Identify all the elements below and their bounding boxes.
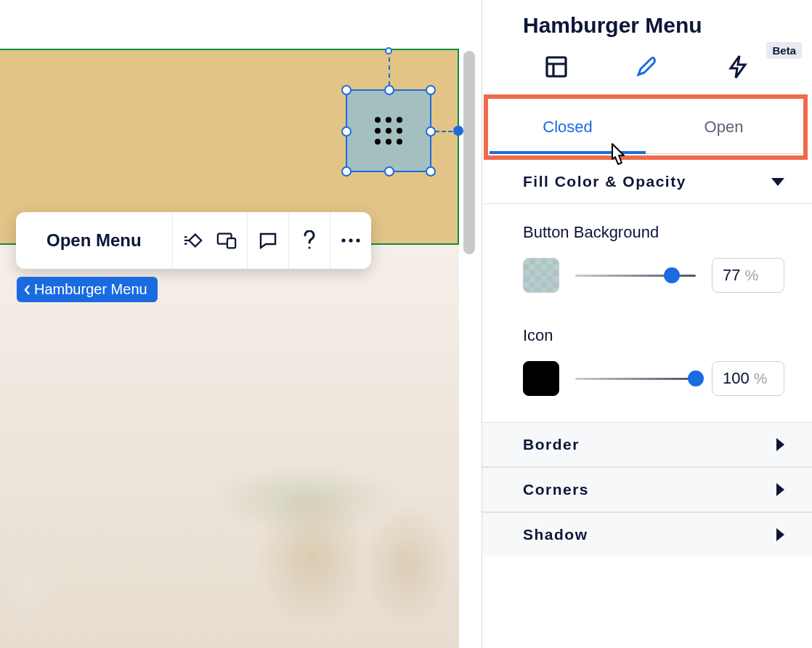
spacing-guide-right-anchor[interactable] xyxy=(453,126,463,136)
chevron-right-icon xyxy=(776,438,784,451)
chevron-down-icon xyxy=(771,178,784,186)
canvas-scrollbar[interactable] xyxy=(463,51,475,254)
opacity-value: 100 xyxy=(723,369,750,388)
design-panel: Hamburger Menu Beta Closed Open Fill Col… xyxy=(482,0,812,648)
svg-point-2 xyxy=(308,246,310,248)
svg-point-4 xyxy=(349,238,352,242)
resize-handle-top-left[interactable] xyxy=(341,85,352,95)
resize-handle-bottom[interactable] xyxy=(384,166,394,177)
chevron-left-icon xyxy=(24,284,31,296)
breadcrumb-label: Hamburger Menu xyxy=(34,281,147,298)
icon-color-swatch[interactable] xyxy=(523,361,559,396)
open-menu-button[interactable]: Open Menu xyxy=(26,230,162,251)
resize-handle-left[interactable] xyxy=(341,126,352,137)
section-border[interactable]: Border xyxy=(482,422,812,467)
actions-mode-icon[interactable] xyxy=(723,52,752,81)
hero-image xyxy=(0,245,459,648)
svg-point-5 xyxy=(356,238,360,242)
fill-section-body: Button Background 77 % Icon 100 % xyxy=(482,204,812,422)
selected-hamburger-element[interactable] xyxy=(346,89,431,172)
icon-opacity-slider[interactable] xyxy=(575,378,696,380)
section-title: Shadow xyxy=(523,526,588,543)
icon-opacity-input[interactable]: 100 % xyxy=(712,361,784,396)
breadcrumb[interactable]: Hamburger Menu xyxy=(17,277,158,302)
tab-open[interactable]: Open xyxy=(646,100,802,154)
tab-closed[interactable]: Closed xyxy=(490,100,646,154)
opacity-unit: % xyxy=(754,370,768,387)
section-shadow[interactable]: Shadow xyxy=(482,512,812,556)
svg-rect-1 xyxy=(227,238,235,248)
resize-handle-right[interactable] xyxy=(426,126,436,137)
section-title: Fill Color & Opacity xyxy=(523,173,686,190)
responsive-icon[interactable] xyxy=(216,230,237,251)
chevron-right-icon xyxy=(776,528,784,541)
section-title: Corners xyxy=(523,481,589,498)
chevron-right-icon xyxy=(776,483,784,496)
section-corners[interactable]: Corners xyxy=(482,467,812,512)
highlighted-region: Closed Open xyxy=(484,94,808,160)
panel-mode-tabs: Beta xyxy=(482,46,812,94)
resize-handle-top[interactable] xyxy=(384,85,394,95)
help-icon[interactable] xyxy=(299,230,320,251)
opacity-value: 77 xyxy=(723,266,740,285)
resize-handle-bottom-left[interactable] xyxy=(341,166,352,177)
element-toolbar: Open Menu xyxy=(16,212,371,269)
panel-title: Hamburger Menu xyxy=(482,0,812,46)
opacity-unit: % xyxy=(744,267,758,284)
layout-mode-icon[interactable] xyxy=(542,52,571,81)
resize-handle-top-right[interactable] xyxy=(426,85,436,95)
hamburger-dots-icon xyxy=(375,117,402,145)
svg-rect-6 xyxy=(547,57,566,76)
design-mode-icon[interactable] xyxy=(633,52,662,81)
button-background-label: Button Background xyxy=(523,223,784,242)
state-tabs: Closed Open xyxy=(490,100,802,154)
spacing-guide-top xyxy=(389,49,390,86)
button-background-opacity-input[interactable]: 77 % xyxy=(712,258,784,293)
spacing-guide-top-anchor[interactable] xyxy=(385,47,392,54)
button-background-color-swatch[interactable] xyxy=(523,258,559,293)
icon-label: Icon xyxy=(523,326,784,345)
resize-handle-bottom-right[interactable] xyxy=(426,166,436,177)
comment-icon[interactable] xyxy=(258,230,278,251)
svg-point-3 xyxy=(341,238,345,242)
beta-badge: Beta xyxy=(766,42,802,59)
more-icon[interactable] xyxy=(341,230,361,251)
section-title: Border xyxy=(523,436,580,453)
button-background-opacity-slider[interactable] xyxy=(575,275,696,277)
slider-thumb[interactable] xyxy=(664,267,680,283)
canvas-area[interactable]: Open Menu Hamburger Menu xyxy=(0,0,482,648)
section-fill-color-opacity[interactable]: Fill Color & Opacity xyxy=(482,160,812,204)
slider-thumb[interactable] xyxy=(688,370,704,386)
animation-icon[interactable] xyxy=(183,230,203,251)
